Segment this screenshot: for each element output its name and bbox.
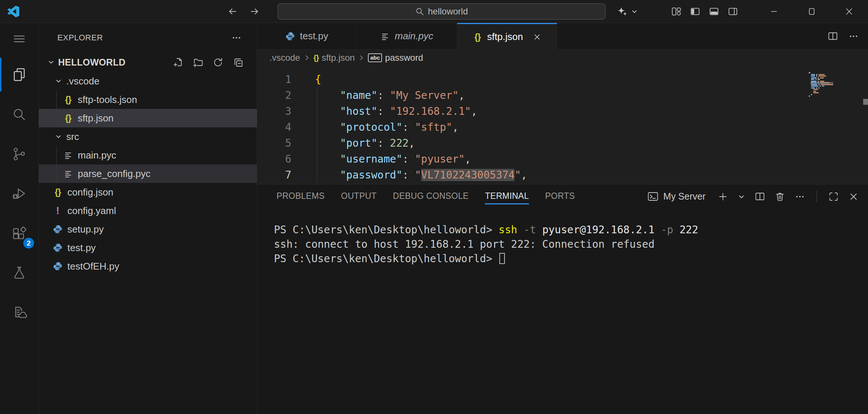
tree-item-test.py[interactable]: test.py xyxy=(39,238,257,257)
activity-item-source-control[interactable] xyxy=(0,134,38,174)
code-line[interactable]: 6 "username": "pyuser", xyxy=(257,151,868,167)
panel-tab-problems[interactable]: PROBLEMS xyxy=(277,189,325,204)
menu-icon xyxy=(11,30,28,47)
split-editor-icon[interactable] xyxy=(827,31,838,42)
line-number: 2 xyxy=(257,87,291,103)
pyc-file-icon xyxy=(380,31,390,41)
tree-item-testOfEH.py[interactable]: testOfEH.py xyxy=(39,257,257,276)
tree-item-.vscode[interactable]: .vscode xyxy=(39,72,257,90)
breadcrumb-item-.vscode[interactable]: .vscode xyxy=(269,53,300,63)
close-panel-icon[interactable] xyxy=(848,191,859,202)
indent-guide xyxy=(56,90,57,127)
refresh-icon[interactable] xyxy=(212,57,224,68)
back-button[interactable] xyxy=(227,6,238,17)
toggle-primary-sidebar-icon[interactable] xyxy=(690,6,701,17)
activity-item-explorer[interactable] xyxy=(0,55,38,94)
python-file-icon xyxy=(53,243,63,253)
json-symbol-icon: {} xyxy=(314,53,319,62)
copilot-chevron-icon[interactable] xyxy=(631,8,638,15)
editor-more-actions-icon[interactable] xyxy=(848,31,859,42)
code-line[interactable]: 7 "password": "VL7102243005374", xyxy=(257,167,868,183)
close-tab-icon[interactable] xyxy=(533,33,542,41)
tree-item-sftp.json[interactable]: {}sftp.json xyxy=(39,109,257,127)
tree-item-label: testOfEH.py xyxy=(67,261,119,272)
title-bar: helloworld xyxy=(0,0,868,23)
split-terminal-icon[interactable] xyxy=(754,191,765,202)
panel-tab-ports[interactable]: PORTS xyxy=(545,189,575,204)
tree-item-setup.py[interactable]: setup.py xyxy=(39,220,257,238)
yaml-file-icon: ! xyxy=(53,205,63,217)
tree-item-config.yaml[interactable]: !config.yaml xyxy=(39,201,257,220)
toggle-panel-icon[interactable] xyxy=(708,6,720,17)
command-center-search[interactable]: helloworld xyxy=(278,3,606,20)
copilot-icon[interactable] xyxy=(617,6,628,17)
tree-item-main.pyc[interactable]: main.pyc xyxy=(39,146,257,164)
terminal-cursor xyxy=(499,253,505,264)
activity-item-extensions[interactable]: 2 xyxy=(0,213,38,253)
terminal-line: PS C:\Users\ken\Desktop\helloworld> xyxy=(274,251,868,266)
file-tree: .vscode{}sftp-tools.json{}sftp.jsonsrcma… xyxy=(39,72,257,276)
customize-layout-icon[interactable] xyxy=(671,6,682,17)
workspace-section-header[interactable]: HELLOWORLD xyxy=(39,53,257,72)
minimap[interactable] xyxy=(807,72,863,97)
toggle-secondary-sidebar-icon[interactable] xyxy=(727,6,738,17)
search-value: helloworld xyxy=(428,6,468,17)
tree-item-src[interactable]: src xyxy=(39,127,257,146)
new-terminal-icon[interactable] xyxy=(717,191,728,202)
terminal-output[interactable]: PS C:\Users\ken\Desktop\helloworld> ssh … xyxy=(257,208,868,266)
activity-item-search[interactable] xyxy=(0,94,38,134)
tab-sftp.json[interactable]: {}sftp.json xyxy=(457,23,557,50)
code-line[interactable]: 5 "port": 222, xyxy=(257,135,868,151)
tab-main.pyc[interactable]: main.pyc xyxy=(356,23,457,49)
maximize-panel-icon[interactable] xyxy=(828,191,839,202)
panel-more-actions-icon[interactable] xyxy=(794,191,805,202)
forward-button[interactable] xyxy=(249,6,261,17)
editor-group: test.pymain.pyc{}sftp.json .vscode{}sftp… xyxy=(257,23,868,414)
terminal-icon xyxy=(647,191,659,203)
breadcrumb: .vscode{}sftp.jsonabcpassword xyxy=(257,50,868,66)
tree-item-config.json[interactable]: {}config.json xyxy=(39,183,257,201)
collapse-all-icon[interactable] xyxy=(232,57,244,68)
activity-item-remote-explorer[interactable] xyxy=(0,293,38,332)
maximize-button[interactable] xyxy=(793,0,831,23)
vscode-window: helloworld 2 EXPLORER xyxy=(0,0,868,414)
editor[interactable]: 1{2 "name": "My Server",3 "host": "192.1… xyxy=(257,66,868,184)
tree-item-sftp-tools.json[interactable]: {}sftp-tools.json xyxy=(39,90,257,109)
panel-tab-output[interactable]: OUTPUT xyxy=(341,189,376,204)
panel-tab-debug-console[interactable]: DEBUG CONSOLE xyxy=(393,189,469,204)
code-line[interactable]: 1{ xyxy=(257,71,868,87)
line-number: 7 xyxy=(257,167,291,183)
panel-tab-terminal[interactable]: TERMINAL xyxy=(485,189,529,204)
minimize-button[interactable] xyxy=(755,0,793,23)
new-folder-icon[interactable] xyxy=(192,57,204,68)
close-window-button[interactable] xyxy=(830,0,868,23)
new-file-icon[interactable] xyxy=(172,57,184,68)
testing-icon xyxy=(11,264,28,281)
tree-item-label: main.pyc xyxy=(78,150,116,161)
terminal-session[interactable]: My Server xyxy=(647,191,706,203)
tree-item-parse_config.pyc[interactable]: parse_config.pyc xyxy=(39,164,257,183)
code-line[interactable]: 2 "name": "My Server", xyxy=(257,87,868,103)
tab-label: sftp.json xyxy=(487,31,523,43)
kill-terminal-icon[interactable] xyxy=(774,191,785,202)
tab-bar: test.pymain.pyc{}sftp.json xyxy=(257,23,868,50)
line-number: 4 xyxy=(257,119,291,135)
terminal-line: ssh: connect to host 192.168.2.1 port 22… xyxy=(274,237,868,251)
search-icon xyxy=(415,7,424,16)
activity-item-testing[interactable] xyxy=(0,253,38,293)
breadcrumb-item-sftp.json[interactable]: {}sftp.json xyxy=(314,53,355,63)
code-line[interactable]: 4 "protocol": "sftp", xyxy=(257,119,868,135)
code-indent-guide xyxy=(317,88,317,183)
breadcrumb-separator-icon xyxy=(358,54,365,61)
code-line[interactable]: 3 "host": "192.168.2.1", xyxy=(257,103,868,119)
breadcrumb-item-password[interactable]: abcpassword xyxy=(368,53,423,63)
run-debug-icon xyxy=(11,185,28,202)
extensions-badge: 2 xyxy=(23,238,34,248)
activity-item-run-debug[interactable] xyxy=(0,174,38,213)
chevron-down-icon xyxy=(46,57,56,67)
tree-item-label: config.json xyxy=(67,187,113,198)
activity-item-menu[interactable] xyxy=(0,23,38,55)
terminal-launch-chevron-icon[interactable] xyxy=(737,193,745,201)
explorer-more-actions-icon[interactable] xyxy=(231,32,242,43)
tab-test.py[interactable]: test.py xyxy=(257,23,356,49)
